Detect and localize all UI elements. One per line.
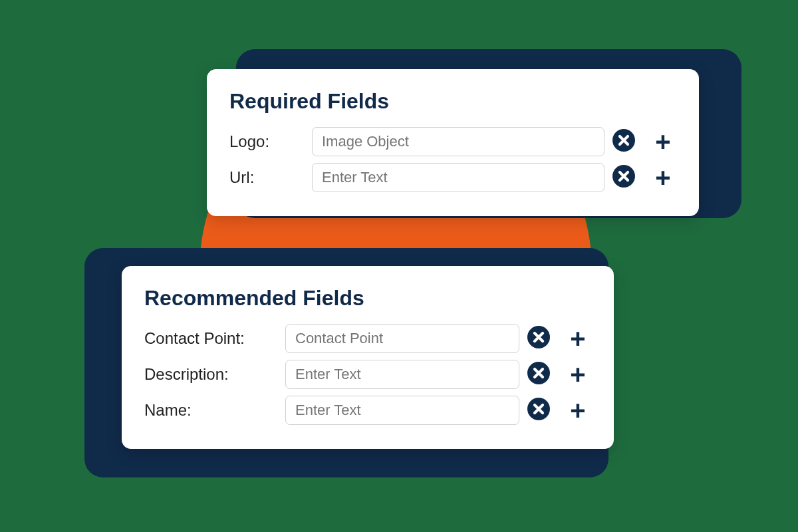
close-circle-icon — [527, 326, 550, 351]
field-row-url: Url: + — [229, 163, 676, 192]
add-button[interactable]: + — [650, 130, 676, 153]
field-label: Contact Point: — [144, 329, 277, 348]
add-button[interactable]: + — [565, 399, 591, 422]
plus-icon: + — [570, 397, 585, 424]
recommended-fields-title: Recommended Fields — [144, 286, 591, 311]
add-button[interactable]: + — [565, 327, 591, 350]
remove-button[interactable] — [527, 327, 550, 350]
field-label: Url: — [229, 168, 304, 187]
add-button[interactable]: + — [650, 166, 676, 189]
field-row-name: Name: + — [144, 396, 591, 425]
close-circle-icon — [527, 362, 550, 387]
field-row-description: Description: + — [144, 360, 591, 389]
field-label: Description: — [144, 365, 277, 384]
name-input[interactable] — [285, 396, 519, 425]
description-input[interactable] — [285, 360, 519, 389]
remove-button[interactable] — [527, 399, 550, 422]
plus-icon: + — [570, 325, 585, 352]
remove-button[interactable] — [527, 363, 550, 386]
url-input[interactable] — [312, 163, 604, 192]
logo-input[interactable] — [312, 127, 604, 156]
required-fields-title: Required Fields — [229, 89, 676, 114]
field-label: Logo: — [229, 132, 304, 151]
field-row-logo: Logo: + — [229, 127, 676, 156]
close-circle-icon — [527, 398, 550, 423]
plus-icon: + — [655, 128, 670, 155]
close-circle-icon — [612, 165, 635, 190]
field-label: Name: — [144, 401, 277, 420]
contact-point-input[interactable] — [285, 324, 519, 353]
plus-icon: + — [655, 164, 670, 191]
add-button[interactable]: + — [565, 363, 591, 386]
close-circle-icon — [612, 129, 635, 154]
remove-button[interactable] — [612, 166, 635, 189]
plus-icon: + — [570, 361, 585, 388]
field-row-contact-point: Contact Point: + — [144, 324, 591, 353]
required-fields-card: Required Fields Logo: + Url: + — [207, 69, 699, 216]
remove-button[interactable] — [612, 130, 635, 153]
recommended-fields-card: Recommended Fields Contact Point: + Desc… — [122, 266, 614, 449]
